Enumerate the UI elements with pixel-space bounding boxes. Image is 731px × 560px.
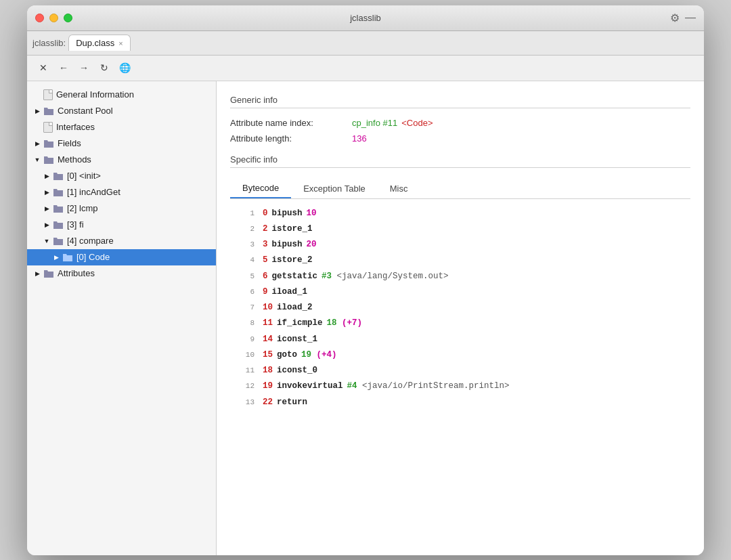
op-arg: #4 bbox=[347, 379, 357, 393]
line-num: 4 bbox=[236, 254, 254, 267]
titlebar-right: ⚙ — bbox=[670, 12, 696, 24]
arrow-right-icon: ▶ bbox=[32, 269, 42, 278]
app-window: jclasslib ⚙ — jclasslib: Dup.class × ✕ ←… bbox=[27, 5, 704, 555]
line-num: 13 bbox=[236, 396, 254, 409]
tab-misc[interactable]: Misc bbox=[378, 179, 420, 198]
close-nav-button[interactable]: ✕ bbox=[35, 60, 51, 76]
sidebar-item-general-info[interactable]: General Information bbox=[27, 87, 216, 103]
tabbar: jclasslib: Dup.class × bbox=[27, 31, 704, 56]
line-num: 11 bbox=[236, 364, 254, 377]
page-icon bbox=[43, 122, 53, 133]
sidebar-item-constant-pool[interactable]: ▶ Constant Pool bbox=[27, 103, 216, 119]
home-button[interactable]: 🌐 bbox=[116, 60, 133, 76]
folder-icon bbox=[53, 171, 64, 181]
op-name: bipush bbox=[272, 238, 303, 252]
arrow-down-icon: ▼ bbox=[42, 236, 51, 246]
op-offset: 18 bbox=[263, 364, 273, 378]
op-offset: 22 bbox=[263, 395, 273, 410]
op-name: istore_2 bbox=[272, 253, 313, 267]
op-arg: 18 bbox=[327, 316, 337, 330]
op-extra: <java/io/PrintStream.println> bbox=[357, 379, 510, 393]
attr-length-row: Attribute length: 136 bbox=[230, 133, 690, 144]
op-name: iconst_0 bbox=[277, 364, 317, 378]
line-num: 3 bbox=[236, 238, 254, 251]
sidebar-label: Methods bbox=[58, 154, 91, 165]
sidebar-item-interfaces[interactable]: Interfaces bbox=[27, 119, 216, 135]
attr-name-code-value: <Code> bbox=[401, 118, 433, 128]
op-offset: 10 bbox=[263, 301, 273, 315]
gear-icon[interactable]: ⚙ bbox=[670, 12, 680, 24]
code-tabs-row: Bytecode Exception Table Misc bbox=[230, 179, 690, 199]
op-offset: 14 bbox=[263, 332, 273, 347]
folder-icon bbox=[43, 138, 54, 149]
line-num: 8 bbox=[236, 317, 254, 330]
sidebar-item-method-fi[interactable]: ▶ [3] fi bbox=[27, 217, 216, 233]
op-name: iload_1 bbox=[272, 285, 308, 299]
attr-name-row: Attribute name index: cp_info #11 <Code> bbox=[230, 118, 690, 128]
op-arg: 20 bbox=[307, 238, 317, 252]
window-controls bbox=[35, 14, 72, 22]
content-area: Generic info Attribute name index: cp_in… bbox=[217, 81, 704, 555]
sidebar-label: [3] fi bbox=[67, 219, 84, 230]
sidebar-label: [2] lcmp bbox=[67, 203, 98, 213]
code-line-4: 4 5 istore_2 bbox=[230, 253, 690, 268]
op-name: istore_1 bbox=[272, 222, 313, 236]
sidebar-item-method-init[interactable]: ▶ [0] <init> bbox=[27, 168, 216, 184]
maximize-button[interactable] bbox=[64, 14, 72, 22]
line-num: 2 bbox=[236, 223, 254, 236]
main-layout: General Information ▶ Constant Pool Inte… bbox=[27, 81, 704, 555]
op-offset: 5 bbox=[263, 253, 268, 267]
line-num: 7 bbox=[236, 301, 254, 314]
page-icon bbox=[43, 89, 53, 100]
arrow-right-icon: ▶ bbox=[42, 171, 51, 181]
op-name: iconst_1 bbox=[277, 332, 317, 347]
titlebar: jclasslib ⚙ — bbox=[27, 5, 704, 31]
tab-prefix: jclasslib: bbox=[32, 38, 66, 48]
folder-icon bbox=[43, 268, 54, 279]
refresh-button[interactable]: ↻ bbox=[96, 60, 112, 76]
op-offset: 6 bbox=[263, 270, 268, 284]
op-offset: 19 bbox=[263, 379, 273, 393]
sidebar-item-method-incandget[interactable]: ▶ [1] incAndGet bbox=[27, 184, 216, 200]
op-name: goto bbox=[277, 348, 297, 362]
line-num: 5 bbox=[236, 270, 254, 283]
op-extra: (+7) bbox=[337, 316, 363, 330]
folder-icon bbox=[53, 203, 64, 214]
op-name: if_icmple bbox=[277, 316, 323, 330]
tab-close-button[interactable]: × bbox=[118, 39, 123, 47]
specific-info-divider bbox=[230, 167, 690, 168]
minus-icon[interactable]: — bbox=[685, 12, 696, 24]
no-arrow bbox=[32, 123, 42, 132]
op-name: return bbox=[277, 395, 307, 410]
back-button[interactable]: ← bbox=[56, 60, 72, 76]
arrow-right-icon: ▶ bbox=[42, 188, 51, 197]
op-offset: 3 bbox=[263, 238, 268, 252]
arrow-right-icon: ▶ bbox=[32, 106, 42, 116]
op-offset: 15 bbox=[263, 348, 273, 362]
folder-icon bbox=[53, 219, 64, 230]
sidebar-item-method-lcmp[interactable]: ▶ [2] lcmp bbox=[27, 200, 216, 217]
attr-length-value: 136 bbox=[352, 133, 367, 144]
sidebar-label: [0] Code bbox=[76, 252, 110, 262]
sidebar-item-method-compare[interactable]: ▼ [4] compare bbox=[27, 233, 216, 249]
sidebar-item-methods[interactable]: ▼ Methods bbox=[27, 152, 216, 168]
dup-class-tab[interactable]: Dup.class × bbox=[68, 35, 131, 51]
close-button[interactable] bbox=[35, 14, 44, 22]
forward-button[interactable]: → bbox=[76, 60, 92, 76]
code-area: 1 0 bipush 10 2 2 istore_1 3 3 bipush 20 bbox=[230, 199, 690, 417]
code-line-7: 7 10 iload_2 bbox=[230, 300, 690, 316]
specific-info-label: Specific info bbox=[230, 154, 690, 165]
sidebar-item-attributes[interactable]: ▶ Attributes bbox=[27, 265, 216, 282]
tab-exception-table[interactable]: Exception Table bbox=[291, 179, 378, 198]
arrow-right-icon: ▶ bbox=[42, 220, 51, 230]
minimize-button[interactable] bbox=[49, 14, 58, 22]
op-extra: (+4) bbox=[311, 348, 337, 362]
code-line-2: 2 2 istore_1 bbox=[230, 221, 690, 237]
sidebar-label: [4] compare bbox=[67, 236, 114, 246]
tab-bytecode[interactable]: Bytecode bbox=[230, 179, 291, 198]
sidebar-item-method-code[interactable]: ▶ [0] Code bbox=[27, 249, 216, 265]
folder-icon bbox=[43, 154, 54, 165]
sidebar-item-fields[interactable]: ▶ Fields bbox=[27, 135, 216, 152]
generic-info-divider bbox=[230, 108, 690, 108]
sidebar-label: Constant Pool bbox=[58, 106, 113, 116]
